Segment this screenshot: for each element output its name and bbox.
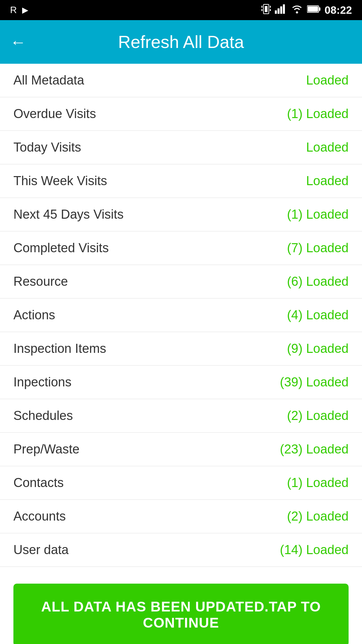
table-row: Schedules(2) Loaded	[0, 399, 362, 433]
row-status: (6) Loaded	[287, 274, 349, 289]
status-bar: R ▶	[0, 0, 362, 20]
row-label: User data	[13, 543, 69, 557]
row-label: All Metadata	[13, 73, 84, 88]
table-row: This Week VisitsLoaded	[0, 164, 362, 198]
content-area: All MetadataLoadedOverdue Visits(1) Load…	[0, 64, 362, 644]
vibrate-icon	[261, 3, 271, 17]
row-label: Schedules	[13, 409, 73, 423]
row-status: (4) Loaded	[287, 308, 349, 322]
data-rows-container: All MetadataLoadedOverdue Visits(1) Load…	[0, 64, 362, 567]
row-status: (9) Loaded	[287, 341, 349, 356]
back-button[interactable]: ←	[10, 33, 26, 51]
status-time: 08:22	[324, 4, 352, 16]
row-status: (14) Loaded	[280, 543, 349, 557]
continue-button-text: ALL DATA HAS BEEN UPDATED.TAP TO CONTINU…	[41, 599, 321, 631]
svg-rect-12	[308, 6, 318, 12]
table-row: Resource(6) Loaded	[0, 265, 362, 299]
status-bar-left: R ▶	[10, 5, 28, 15]
table-row: All MetadataLoaded	[0, 64, 362, 97]
row-label: Overdue Visits	[13, 107, 96, 121]
svg-rect-1	[265, 6, 267, 12]
row-label: Actions	[13, 308, 55, 322]
row-label: Completed Visits	[13, 241, 109, 255]
signal-icon	[275, 4, 287, 16]
svg-rect-4	[261, 9, 262, 11]
table-row: Next 45 Days Visits(1) Loaded	[0, 198, 362, 231]
row-status: (1) Loaded	[287, 107, 349, 121]
header: ← Refresh All Data	[0, 20, 362, 64]
continue-button[interactable]: ALL DATA HAS BEEN UPDATED.TAP TO CONTINU…	[13, 584, 349, 644]
battery-icon	[307, 5, 320, 15]
table-row: Actions(4) Loaded	[0, 299, 362, 332]
table-row: Overdue Visits(1) Loaded	[0, 97, 362, 131]
r-icon: R	[10, 5, 17, 15]
svg-rect-6	[275, 10, 277, 14]
table-row: Inpections(39) Loaded	[0, 366, 362, 399]
table-row: Inspection Items(9) Loaded	[0, 332, 362, 366]
row-status: Loaded	[306, 140, 349, 155]
table-row: Prep/Waste(23) Loaded	[0, 433, 362, 466]
row-status: (1) Loaded	[287, 476, 349, 490]
row-label: Prep/Waste	[13, 442, 79, 457]
svg-rect-8	[280, 6, 282, 14]
svg-rect-2	[261, 6, 262, 8]
svg-rect-7	[278, 8, 280, 14]
row-status: Loaded	[306, 174, 349, 188]
row-label: Accounts	[13, 509, 66, 524]
page-title: Refresh All Data	[33, 32, 329, 52]
svg-rect-3	[270, 6, 271, 8]
svg-rect-5	[270, 9, 271, 11]
row-status: (1) Loaded	[287, 207, 349, 222]
svg-rect-11	[319, 7, 320, 11]
row-status: (39) Loaded	[280, 375, 349, 389]
table-row: Completed Visits(7) Loaded	[0, 231, 362, 265]
row-status: (7) Loaded	[287, 241, 349, 255]
row-label: Inpections	[13, 375, 71, 389]
row-label: Inspection Items	[13, 341, 106, 356]
row-status: Loaded	[306, 73, 349, 88]
table-row: Today VisitsLoaded	[0, 131, 362, 164]
row-status: (2) Loaded	[287, 509, 349, 524]
row-label: Contacts	[13, 476, 64, 490]
row-status: (23) Loaded	[280, 442, 349, 457]
row-label: Next 45 Days Visits	[13, 207, 124, 222]
status-bar-right: 08:22	[261, 3, 352, 17]
table-row: Accounts(2) Loaded	[0, 500, 362, 533]
row-label: This Week Visits	[13, 174, 107, 188]
row-status: (2) Loaded	[287, 409, 349, 423]
row-label: Resource	[13, 274, 68, 289]
svg-rect-9	[283, 4, 285, 14]
table-row: User data(14) Loaded	[0, 533, 362, 567]
row-label: Today Visits	[13, 140, 81, 155]
table-row: Contacts(1) Loaded	[0, 466, 362, 500]
youtube-icon: ▶	[22, 5, 28, 15]
wifi-icon	[291, 4, 303, 16]
